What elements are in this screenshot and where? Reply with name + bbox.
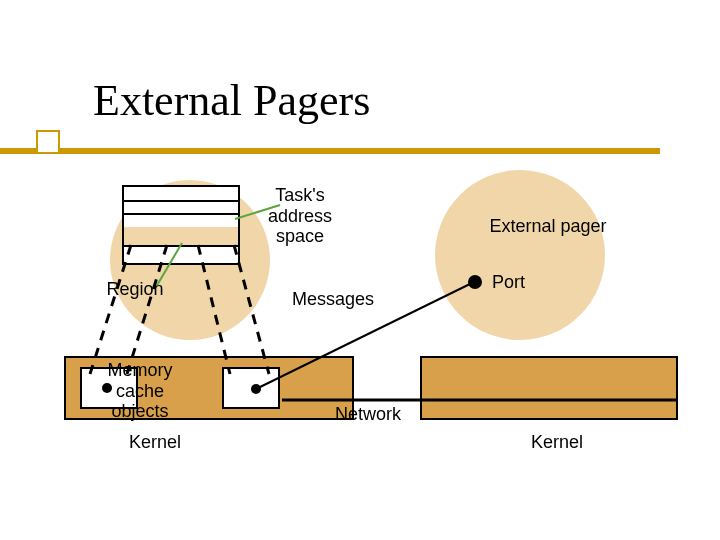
port-dot-icon <box>468 275 482 289</box>
label-kernel-left: Kernel <box>120 432 190 453</box>
label-network: Network <box>323 404 413 425</box>
label-messages: Messages <box>292 289 392 310</box>
label-memory-cache-objects: Memory cache objects <box>100 360 180 422</box>
memory-cache-object-2 <box>222 367 280 409</box>
kernel-bar-right <box>420 356 678 420</box>
label-task-address-space: Task's address space <box>255 185 345 247</box>
address-space-table <box>122 185 240 265</box>
label-region: Region <box>100 279 170 300</box>
label-port: Port <box>492 272 552 293</box>
label-kernel-right: Kernel <box>522 432 592 453</box>
diagram-canvas: Task's address space External pager Port… <box>0 0 720 540</box>
connector-lines <box>0 0 720 540</box>
external-pager-circle <box>435 170 605 340</box>
region-row <box>124 227 238 245</box>
label-external-pager: External pager <box>478 216 618 237</box>
